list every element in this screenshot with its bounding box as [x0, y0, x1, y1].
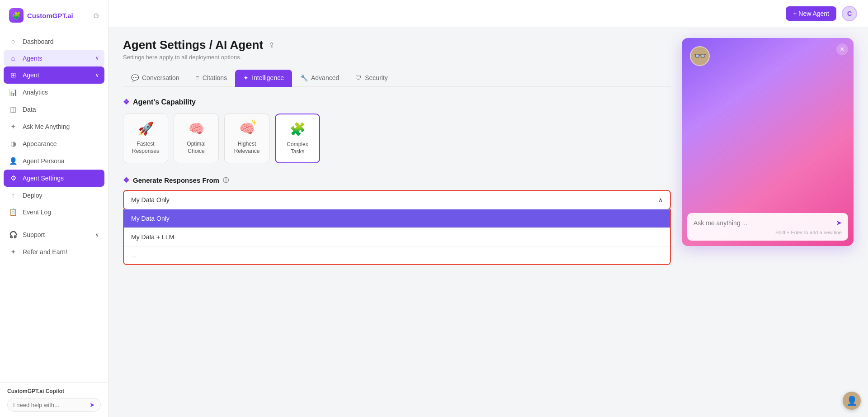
chat-hint: Shift + Enter to add a new line: [693, 230, 842, 235]
sidebar-item-dashboard[interactable]: ○ Dashboard: [0, 33, 108, 50]
agents-arrow: ∨: [95, 55, 99, 61]
chat-body: [682, 66, 854, 208]
agents-icon: ⌂: [9, 54, 17, 62]
dropdown-trigger[interactable]: My Data Only ∧: [123, 190, 671, 210]
page-title-row: Agent Settings / AI Agent ⇪: [123, 38, 671, 52]
analytics-icon: 📊: [9, 88, 17, 96]
dropdown-value: My Data Only: [131, 196, 170, 204]
dropdown-menu: My Data Only My Data + LLM ...: [123, 209, 671, 265]
tabs: 💬 Conversation ≡ Citations ✦ Intelligenc…: [123, 70, 671, 87]
bottom-right-avatar[interactable]: 👤: [843, 392, 861, 410]
appearance-icon: ◑: [9, 140, 17, 148]
cap-card-highest[interactable]: 🧠✨ Highest Relevance: [224, 114, 269, 163]
sidebar-item-appearance[interactable]: ◑ Appearance: [0, 135, 108, 152]
chat-agent-avatar: 👓: [690, 46, 710, 66]
share-icon[interactable]: ⇪: [269, 41, 274, 49]
sidebar-logo: 🧩 CustomGPT.ai ⊙: [0, 0, 108, 31]
tab-citations[interactable]: ≡ Citations: [188, 70, 236, 87]
chat-input-row: ➤: [693, 218, 842, 227]
sidebar-item-event-log[interactable]: 📋 Event Log: [0, 204, 108, 221]
sidebar-item-agent-settings[interactable]: ⚙ Agent Settings: [4, 170, 104, 187]
sidebar-support: 🎧 Support ∨ ✦ Refer and Earn!: [0, 223, 108, 264]
sidebar-item-data[interactable]: ◫ Data: [0, 101, 108, 118]
sidebar-item-agent-persona[interactable]: 👤 Agent Persona: [0, 152, 108, 170]
support-icon: 🎧: [9, 231, 17, 239]
chat-input[interactable]: [693, 219, 832, 227]
conversation-icon: 💬: [131, 74, 139, 81]
sidebar: 🧩 CustomGPT.ai ⊙ ○ Dashboard ⌂ Agents ∨ …: [0, 0, 108, 417]
complex-label: Complex Tasks: [280, 141, 315, 155]
chat-input-area: ➤ Shift + Enter to add a new line: [687, 213, 848, 241]
generate-header: ❖ Generate Responses From ⓘ: [123, 176, 671, 185]
copilot-input[interactable]: [13, 402, 90, 408]
capability-cards: 🚀 Fastest Responses 🧠 Optimal Choice 🧠✨ …: [123, 114, 671, 163]
main-content: + New Agent C Agent Settings / AI Agent …: [108, 0, 868, 417]
dropdown-chevron-icon: ∧: [658, 196, 663, 204]
copilot-input-wrap: ➤: [7, 398, 101, 412]
sidebar-item-analytics[interactable]: 📊 Analytics: [0, 84, 108, 101]
tab-advanced[interactable]: 🔧 Advanced: [292, 70, 347, 87]
fastest-label: Fastest Responses: [128, 141, 163, 155]
optimal-label: Optimal Choice: [179, 141, 214, 155]
copilot-section: CustomGPT.ai Copilot ➤: [0, 382, 108, 417]
sidebar-item-deploy[interactable]: ↑ Deploy: [0, 187, 108, 204]
dropdown-item-llm[interactable]: ...: [124, 246, 670, 264]
chat-panel: × 👓 ➤ Shift + Enter to add a new line: [682, 38, 854, 246]
logo-text: CustomGPT.ai: [27, 12, 73, 19]
tab-security[interactable]: 🛡 Security: [347, 70, 396, 87]
info-icon[interactable]: ⓘ: [223, 176, 229, 185]
cap-card-fastest[interactable]: 🚀 Fastest Responses: [123, 114, 168, 163]
highest-label: Highest Relevance: [229, 141, 264, 155]
capability-section-icon: ❖: [123, 98, 129, 106]
dropdown-item-my-data-only[interactable]: My Data Only: [124, 209, 670, 227]
agent-icon: ⊞: [9, 71, 17, 79]
sidebar-item-ask-me-anything[interactable]: ✦ Ask Me Anything: [0, 118, 108, 135]
complex-emoji: 🧩: [290, 122, 306, 137]
dashboard-icon: ○: [9, 38, 17, 45]
chat-close-button[interactable]: ×: [836, 43, 848, 55]
capability-section: ❖ Agent's Capability 🚀 Fastest Responses…: [123, 98, 671, 163]
agent-arrow: ∨: [95, 72, 99, 78]
content-area: Agent Settings / AI Agent ⇪ Settings her…: [108, 27, 868, 417]
clock-icon[interactable]: ⊙: [93, 11, 99, 20]
event-log-icon: 📋: [9, 208, 17, 216]
ask-icon: ✦: [9, 123, 17, 131]
generate-section-icon: ❖: [123, 176, 129, 185]
copilot-send-icon[interactable]: ➤: [90, 401, 95, 408]
user-avatar-top[interactable]: C: [842, 6, 857, 21]
deploy-icon: ↑: [9, 191, 17, 199]
content-left: Agent Settings / AI Agent ⇪ Settings her…: [123, 38, 671, 406]
page-subtitle: Settings here apply to all deployment op…: [123, 54, 671, 61]
sidebar-item-refer[interactable]: ✦ Refer and Earn!: [0, 243, 108, 261]
nav-section: ○ Dashboard ⌂ Agents ∨ ⊞ Agent ∨ 📊 Analy…: [0, 31, 108, 223]
new-agent-button[interactable]: + New Agent: [786, 6, 836, 21]
refer-icon: ✦: [9, 248, 17, 256]
optimal-emoji: 🧠: [189, 121, 204, 136]
sidebar-item-support[interactable]: 🎧 Support ∨: [0, 226, 108, 243]
tab-conversation[interactable]: 💬 Conversation: [123, 70, 188, 87]
logo-icon: 🧩: [9, 8, 24, 23]
tab-intelligence[interactable]: ✦ Intelligence: [235, 70, 292, 87]
persona-icon: 👤: [9, 157, 17, 165]
support-arrow: ∨: [95, 232, 99, 238]
data-icon: ◫: [9, 105, 17, 114]
page-title: Agent Settings / AI Agent: [123, 38, 263, 52]
advanced-icon: 🔧: [300, 74, 308, 81]
copilot-title: CustomGPT.ai Copilot: [7, 388, 101, 394]
citations-icon: ≡: [196, 74, 199, 81]
generate-section: ❖ Generate Responses From ⓘ My Data Only…: [123, 176, 671, 234]
chat-send-icon[interactable]: ➤: [836, 218, 842, 227]
sidebar-item-agent[interactable]: ⊞ Agent ∨: [4, 66, 104, 84]
cap-card-optimal[interactable]: 🧠 Optimal Choice: [174, 114, 219, 163]
fastest-emoji: 🚀: [138, 121, 154, 136]
topbar: + New Agent C: [108, 0, 868, 27]
dropdown-wrap: My Data Only ∧ My Data Only My Data + LL…: [123, 190, 671, 210]
intelligence-icon: ✦: [243, 74, 249, 81]
cap-card-complex[interactable]: 🧩 Complex Tasks: [275, 114, 320, 163]
dropdown-item-my-data-llm[interactable]: My Data + LLM: [124, 228, 670, 246]
capability-header: ❖ Agent's Capability: [123, 98, 671, 106]
settings-icon: ⚙: [9, 174, 17, 182]
security-icon: 🛡: [355, 74, 362, 81]
highest-emoji: 🧠✨: [239, 121, 255, 136]
sidebar-item-agents[interactable]: ⌂ Agents ∨: [4, 50, 104, 66]
